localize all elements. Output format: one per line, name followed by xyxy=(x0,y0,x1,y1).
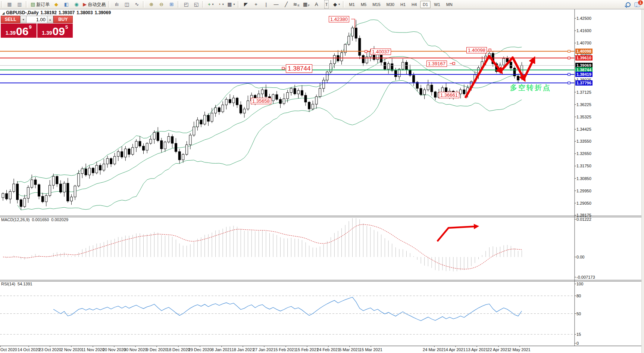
template-button[interactable]: ▦▾ xyxy=(226,0,236,9)
svg-text:1.29050: 1.29050 xyxy=(576,201,591,205)
vertical-line-icon[interactable]: | xyxy=(262,0,271,9)
chart-plot[interactable]: 1.425001.416001.407001.398001.389001.380… xyxy=(0,0,644,353)
label-icon[interactable]: T xyxy=(322,0,331,9)
sell-price-sup: 9 xyxy=(29,24,31,30)
buy-price-sup: 5 xyxy=(65,24,68,30)
fibonacci-icon-sub: E xyxy=(297,2,299,9)
svg-text:8 Jan 2021: 8 Jan 2021 xyxy=(212,347,232,352)
svg-text:30 Nov 2020: 30 Nov 2020 xyxy=(124,347,147,352)
trendline-icon[interactable]: ╱ xyxy=(282,0,291,9)
add-indicator-button[interactable]: +▾ xyxy=(206,0,215,9)
rsi-label: RSI(14) xyxy=(1,282,15,286)
grid-icon-sub: F xyxy=(308,2,310,9)
profiles-icon: ◧ xyxy=(64,1,69,8)
candlestick-chart-icon[interactable]: ◫ xyxy=(122,0,131,9)
candlesticks xyxy=(2,20,523,210)
shapes-button[interactable]: ◆▾ xyxy=(332,0,341,9)
svg-text:2 May 2021: 2 May 2021 xyxy=(509,347,530,352)
cursor-icon: ◤ xyxy=(244,1,248,8)
buy-price-small: 1.39 xyxy=(42,30,52,36)
price-level-chip: 1.40098 xyxy=(575,49,593,54)
volume-decrease-button[interactable]: ▼ xyxy=(20,16,26,23)
arrange-windows-icon: ◰ xyxy=(184,1,188,8)
period-button[interactable]: ◔▾ xyxy=(216,0,225,9)
grid-icon: ▦ xyxy=(303,1,307,8)
timeframe-w1[interactable]: W1 xyxy=(431,1,443,8)
signals-icon[interactable]: ◉ xyxy=(72,0,81,9)
dropdown-caret-icon: ▾ xyxy=(222,1,224,8)
zoom-in-icon[interactable]: ⊕ xyxy=(147,0,156,9)
cascade-windows-icon[interactable]: ◱ xyxy=(191,0,201,9)
profiles-icon[interactable]: ◧ xyxy=(62,0,71,9)
timeframe-m1[interactable]: M1 xyxy=(347,1,357,8)
svg-text:14 Oct 2020: 14 Oct 2020 xyxy=(18,347,40,352)
svg-text:24 Feb 2021: 24 Feb 2021 xyxy=(317,347,340,352)
line-chart-icon[interactable]: ∿ xyxy=(132,0,141,9)
macd-label: MACD(12,26,9) xyxy=(1,217,29,222)
macd-signal-value: 0.002029 xyxy=(51,217,68,222)
sell-button[interactable]: SELL xyxy=(1,16,20,23)
shapes-button: ◆ xyxy=(333,1,337,8)
crosshair-icon[interactable]: + xyxy=(251,0,261,9)
price-annotation-label: 1.40037 xyxy=(371,49,391,55)
svg-text:1.37125: 1.37125 xyxy=(576,90,591,95)
macd-label-row: MACD(12,26,9)0.0016500.002029 xyxy=(1,217,71,222)
timeframe-h4[interactable]: H4 xyxy=(409,1,419,8)
toolbar-separator xyxy=(202,1,204,7)
marketwatch-cube-icon[interactable]: ◆ xyxy=(51,0,61,9)
line-chart-icon: ∿ xyxy=(135,1,139,8)
price-annotation-label: 1.39167 xyxy=(426,61,447,67)
chat-icon[interactable]: 1 xyxy=(634,2,640,7)
tile-windows-icon: ⊞ xyxy=(169,1,173,8)
zoom-out-icon[interactable]: ⊖ xyxy=(157,0,166,9)
timeframe-m15[interactable]: M15 xyxy=(370,1,383,8)
fibonacci-icon[interactable]: ≋E xyxy=(292,0,301,9)
svg-text:1.35325: 1.35325 xyxy=(576,115,591,119)
toolbar-separator xyxy=(143,1,145,7)
grid-icon[interactable]: ▦F xyxy=(302,0,311,9)
svg-text:1.31750: 1.31750 xyxy=(576,164,591,168)
dropdown-caret-icon: ▾ xyxy=(338,1,340,8)
timeframe-mn[interactable]: MN xyxy=(444,1,455,8)
template-button: ▦ xyxy=(227,1,232,8)
auto-trading-button: ▶ xyxy=(83,1,87,8)
price-annotation-label: 1.35658 xyxy=(251,98,271,104)
price-annotation-label: 1.42380 xyxy=(329,16,349,22)
candlestick-chart-icon: ◫ xyxy=(125,1,129,8)
bar-chart-icon[interactable]: ılı xyxy=(112,0,121,9)
price-level-chip: 1.39610 xyxy=(575,55,593,61)
new-order-button[interactable]: ▤新订单 xyxy=(29,0,51,9)
svg-text:2 Nov 2020: 2 Nov 2020 xyxy=(61,347,82,352)
new-order-button-label: 新订单 xyxy=(36,1,50,8)
horizontal-line-icon[interactable]: — xyxy=(272,0,281,9)
svg-text:15 Mar 2021: 15 Mar 2021 xyxy=(359,347,382,352)
buy-price-box[interactable]: 1.39 09 5 xyxy=(37,24,73,38)
svg-text:1.32650: 1.32650 xyxy=(576,151,591,156)
timeframe-m5[interactable]: M5 xyxy=(358,1,369,8)
cursor-icon[interactable]: ◤ xyxy=(241,0,251,9)
timeframe-d1[interactable]: D1 xyxy=(420,1,431,8)
timeframe-h1[interactable]: H1 xyxy=(398,1,408,8)
svg-text:0.00: 0.00 xyxy=(576,255,584,259)
timeframe-m30[interactable]: M30 xyxy=(384,1,397,8)
volume-increase-button[interactable]: ▲ xyxy=(47,16,53,23)
svg-text:50: 50 xyxy=(576,312,581,316)
add-indicator-button: + xyxy=(208,1,211,8)
sell-price-small: 1.39 xyxy=(6,30,16,36)
volume-input[interactable] xyxy=(26,16,47,23)
data-window-icon[interactable]: ▥ xyxy=(15,0,24,9)
arrange-windows-icon[interactable]: ◰ xyxy=(181,0,191,9)
sell-price-box[interactable]: 1.39 06 9 xyxy=(1,24,37,38)
search-icon[interactable] xyxy=(626,2,631,7)
tile-windows-icon[interactable]: ⊞ xyxy=(167,0,176,9)
text-icon[interactable]: A xyxy=(312,0,321,9)
svg-text:Oct 2020: Oct 2020 xyxy=(0,347,17,352)
period-button: ◔ xyxy=(218,1,221,8)
dropdown-caret-icon: ▾ xyxy=(234,1,235,8)
auto-trading-button[interactable]: ▶自动交易 xyxy=(82,0,107,9)
chart-window-icon[interactable]: ▦ xyxy=(5,0,14,9)
price-annotation-label: 1.36661 xyxy=(439,92,459,98)
svg-text:-0.007173: -0.007173 xyxy=(576,275,595,279)
buy-button[interactable]: BUY xyxy=(53,16,73,23)
price-level-chip: 1.37796 xyxy=(575,80,593,86)
